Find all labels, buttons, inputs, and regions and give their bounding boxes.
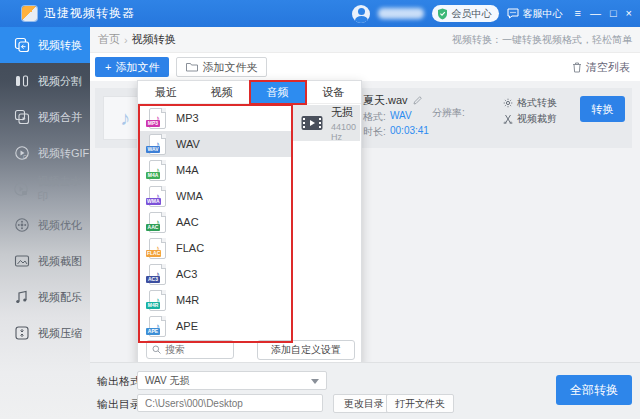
footer-bar: 输出格式: WAV 无损 输出目录: 更改目录 打开文件夹 全部转换 bbox=[90, 362, 640, 419]
gif-icon: G bbox=[13, 145, 30, 162]
breadcrumb-bar: 首页 › 视频转换 视频转换：一键转换视频格式，轻松简单 bbox=[90, 27, 640, 53]
format-item-ape[interactable]: ♪APE APE bbox=[139, 313, 291, 339]
audio-file-icon: ♪AC3 bbox=[149, 264, 166, 285]
sidebar-item-label: 视频转GIF bbox=[38, 146, 89, 161]
convert-all-button[interactable]: 全部转换 bbox=[556, 375, 632, 405]
sidebar-item-label: 视频合并 bbox=[38, 110, 82, 125]
audio-file-icon: ♪MP3 bbox=[149, 108, 166, 129]
sidebar-item-video-optimize[interactable]: 视频优化 bbox=[0, 207, 90, 243]
service-center-label: 客服中心 bbox=[522, 7, 562, 21]
format-value: WAV bbox=[390, 110, 412, 121]
sidebar-item-video-to-gif[interactable]: G 视频转GIF bbox=[0, 135, 90, 171]
plus-icon: + bbox=[105, 61, 111, 73]
rename-pencil-icon[interactable] bbox=[413, 96, 422, 105]
sidebar-item-video-screenshot[interactable]: 视频截图 bbox=[0, 243, 90, 279]
breadcrumb-home[interactable]: 首页 bbox=[98, 32, 120, 47]
search-icon bbox=[152, 345, 161, 354]
format-item-ac3[interactable]: ♪AC3 AC3 bbox=[139, 261, 291, 287]
format-convert-label: 格式转换 bbox=[517, 95, 557, 111]
merge-icon bbox=[13, 109, 30, 126]
chat-bubble-icon bbox=[507, 8, 519, 19]
sidebar-item-video-compress[interactable]: 视频压缩 bbox=[0, 315, 90, 351]
resolution-label: 分辨率: bbox=[432, 106, 465, 120]
sidebar-item-video-music[interactable]: 视频配乐 bbox=[0, 279, 90, 315]
service-center-button[interactable]: 客服中心 bbox=[507, 7, 562, 21]
format-label: M4A bbox=[176, 164, 199, 176]
format-label: 格式: bbox=[363, 110, 386, 124]
search-box[interactable] bbox=[146, 340, 234, 359]
sidebar-item-video-watermark-remove[interactable]: 视频去水印 bbox=[0, 171, 90, 207]
menu-icon[interactable]: ≡ bbox=[574, 8, 580, 19]
video-crop-action[interactable]: 视频裁剪 bbox=[503, 111, 557, 127]
add-folder-button[interactable]: 添加文件夹 bbox=[176, 57, 267, 77]
duration-label: 时长: bbox=[363, 125, 386, 139]
output-format-value: WAV 无损 bbox=[145, 374, 189, 388]
sidebar-item-label: 视频转换 bbox=[38, 38, 82, 53]
format-label: APE bbox=[176, 320, 198, 332]
app-window: 迅捷视频转换器 会员中心 客服中心 ≡ — □ × bbox=[0, 0, 640, 419]
format-dropdown-panel: 最近 视频 音频 设备 ♪MP3 MP3 ♪WAV WAV ♪M4A M4A bbox=[137, 80, 362, 366]
clear-list-button[interactable]: 清空列表 bbox=[572, 60, 630, 75]
watermark-remove-icon bbox=[13, 181, 29, 198]
sidebar-item-label: 视频优化 bbox=[38, 218, 82, 233]
convert-button[interactable]: 转换 bbox=[580, 96, 625, 122]
add-file-label: 添加文件 bbox=[115, 60, 159, 75]
format-badge: WAV bbox=[146, 146, 160, 153]
format-item-aac[interactable]: ♪AAC AAC bbox=[139, 209, 291, 235]
format-tabs: 最近 视频 音频 设备 bbox=[138, 81, 361, 104]
screenshot-icon bbox=[13, 253, 30, 270]
close-button[interactable]: × bbox=[626, 8, 632, 19]
music-note-icon: ♪ bbox=[120, 107, 130, 130]
format-item-wav[interactable]: ♪WAV WAV bbox=[139, 131, 291, 157]
maximize-button[interactable]: □ bbox=[610, 8, 617, 19]
search-input[interactable] bbox=[165, 344, 225, 355]
format-label: MP3 bbox=[176, 112, 199, 124]
gear-icon bbox=[503, 98, 513, 108]
audio-file-icon: ♪WAV bbox=[149, 134, 166, 155]
tab-audio[interactable]: 音频 bbox=[250, 81, 306, 104]
format-item-wma[interactable]: ♪WMA WMA bbox=[139, 183, 291, 209]
preset-item-lossless[interactable]: 无损 44100 Hz bbox=[292, 105, 360, 141]
tab-video[interactable]: 视频 bbox=[194, 81, 250, 104]
format-convert-action[interactable]: 格式转换 bbox=[503, 95, 557, 111]
add-custom-settings-button[interactable]: 添加自定义设置 bbox=[257, 340, 355, 360]
format-item-m4a[interactable]: ♪M4A M4A bbox=[139, 157, 291, 183]
format-badge: AAC bbox=[146, 224, 160, 231]
output-dir-input[interactable] bbox=[137, 394, 323, 412]
trash-icon bbox=[572, 62, 582, 73]
format-label: M4R bbox=[176, 294, 199, 306]
svg-text:G: G bbox=[23, 154, 27, 160]
format-item-m4r[interactable]: ♪M4R M4R bbox=[139, 287, 291, 313]
scissors-icon bbox=[503, 114, 513, 124]
format-badge: AC3 bbox=[146, 276, 160, 283]
user-avatar[interactable] bbox=[352, 5, 370, 23]
file-name: 夏天.wav bbox=[363, 93, 408, 108]
member-center-button[interactable]: 会员中心 bbox=[432, 5, 499, 22]
format-label: WMA bbox=[176, 190, 203, 202]
format-badge: APE bbox=[146, 328, 160, 335]
sidebar-item-video-split[interactable]: 视频分割 bbox=[0, 63, 90, 99]
format-badge: WMA bbox=[146, 198, 161, 205]
format-badge: M4A bbox=[146, 172, 160, 179]
breadcrumb-separator: › bbox=[124, 34, 128, 46]
duration-value: 00:03:41 bbox=[390, 125, 429, 136]
app-logo-icon bbox=[22, 6, 37, 21]
tab-device[interactable]: 设备 bbox=[305, 81, 361, 104]
format-label: FLAC bbox=[176, 242, 204, 254]
add-file-button[interactable]: + 添加文件 bbox=[95, 57, 169, 77]
tab-recent[interactable]: 最近 bbox=[138, 81, 194, 104]
format-item-flac[interactable]: ♪FLAC FLAC bbox=[139, 235, 291, 261]
open-folder-button[interactable]: 打开文件夹 bbox=[386, 394, 454, 413]
clear-list-label: 清空列表 bbox=[586, 60, 630, 75]
format-list: ♪MP3 MP3 ♪WAV WAV ♪M4A M4A ♪WMA WMA ♪AAC bbox=[139, 105, 291, 341]
format-item-mp3[interactable]: ♪MP3 MP3 bbox=[139, 105, 291, 131]
format-badge: MP3 bbox=[146, 120, 160, 127]
sidebar-item-label: 视频截图 bbox=[38, 254, 82, 269]
sidebar-item-video-merge[interactable]: 视频合并 bbox=[0, 99, 90, 135]
shield-icon bbox=[437, 8, 448, 20]
minimize-button[interactable]: — bbox=[590, 8, 601, 19]
convert-icon bbox=[13, 37, 30, 54]
sidebar-item-video-convert[interactable]: 视频转换 bbox=[0, 27, 90, 63]
filmstrip-icon bbox=[301, 115, 323, 131]
output-format-select[interactable]: WAV 无损 bbox=[137, 371, 327, 390]
